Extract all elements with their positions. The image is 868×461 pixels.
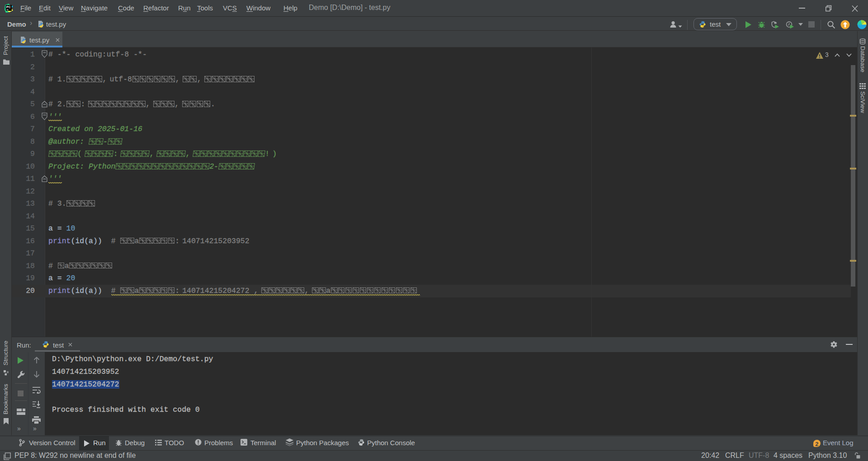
svg-text:PC: PC [6,5,11,9]
